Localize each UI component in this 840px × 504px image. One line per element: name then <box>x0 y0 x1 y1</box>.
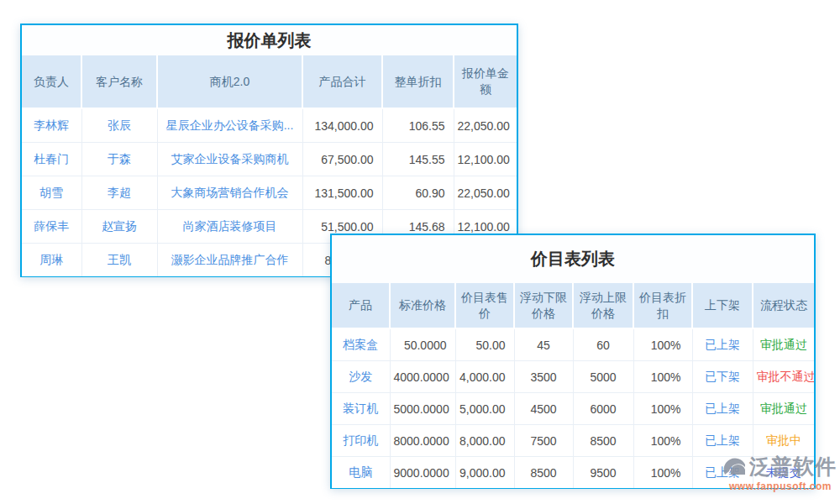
price-header-row: 产品 标准价格 价目表售价 浮动下限价格 浮动上限价格 价目表折扣 上下架 流程… <box>332 283 814 328</box>
ceiling-price-value: 6000 <box>573 393 633 425</box>
shelf-state-link[interactable]: 已上架 <box>692 425 753 457</box>
price-table: 产品 标准价格 价目表售价 浮动下限价格 浮动上限价格 价目表折扣 上下架 流程… <box>332 283 814 488</box>
product-link[interactable]: 装订机 <box>332 393 390 425</box>
shelf-state-link[interactable]: 已上架 <box>692 393 753 425</box>
price-list-card: 价目表列表 产品 标准价格 价目表售价 浮动下限价格 浮动上限价格 价目表折扣 … <box>330 234 816 489</box>
quotation-header-row: 负责人 客户名称 商机2.0 产品合计 整单折扣 报价单金额 <box>22 55 517 108</box>
list-discount-value: 100% <box>633 361 692 393</box>
col-header-order-discount: 整单折扣 <box>382 55 454 108</box>
col-header-opportunity: 商机2.0 <box>157 55 302 108</box>
quotation-row: 胡雪 李超 大象商场营销合作机会 131,500.00 60.90 22,050… <box>22 176 517 210</box>
customer-link[interactable]: 张辰 <box>81 108 157 143</box>
customer-link[interactable]: 李超 <box>81 176 157 210</box>
quote-amount-value: 22,050.00 <box>454 108 517 143</box>
list-price-value: 4,000.00 <box>455 361 514 393</box>
ceiling-price-value: 9500 <box>573 457 633 489</box>
price-row: 电脑 9000.0000 9,000.00 8500 9500 100% 已上架… <box>332 457 814 489</box>
col-header-list-price: 价目表售价 <box>455 283 514 328</box>
col-header-customer: 客户名称 <box>81 55 157 108</box>
flow-status-badge: 审批中 <box>753 425 814 457</box>
col-header-flow-status: 流程状态 <box>753 283 814 328</box>
floor-price-value: 4500 <box>514 393 573 425</box>
col-header-product: 产品 <box>332 283 390 328</box>
owner-link[interactable]: 周琳 <box>22 244 81 277</box>
shelf-state-link[interactable]: 已下架 <box>692 361 753 393</box>
standard-price-value: 4000.0000 <box>390 361 455 393</box>
owner-link[interactable]: 胡雪 <box>22 176 81 210</box>
price-row: 档案盒 50.0000 50.00 45 60 100% 已上架 审批通过 <box>332 328 814 361</box>
quotation-row: 李林辉 张辰 星辰企业办公设备采购... 134,000.00 106.55 2… <box>22 108 517 143</box>
owner-link[interactable]: 李林辉 <box>22 108 81 143</box>
owner-link[interactable]: 杜春门 <box>22 143 81 176</box>
flow-status-badge: 审批通过 <box>753 328 814 361</box>
customer-link[interactable]: 赵宣扬 <box>81 210 157 244</box>
quotation-row: 杜春门 于森 艾家企业设备采购商机 67,500.00 145.55 12,10… <box>22 143 517 176</box>
col-header-quote-amount: 报价单金额 <box>454 55 517 108</box>
order-discount-value: 60.90 <box>382 176 454 210</box>
order-discount-value: 145.55 <box>382 143 454 176</box>
list-discount-value: 100% <box>633 457 692 489</box>
product-total-value: 134,000.00 <box>302 108 382 143</box>
col-header-ceiling-price: 浮动上限价格 <box>573 283 633 328</box>
product-total-value: 131,500.00 <box>302 176 382 210</box>
price-row: 打印机 8000.0000 8,000.00 7500 8500 100% 已上… <box>332 425 814 457</box>
flow-status-badge: 审批通过 <box>753 393 814 425</box>
price-row: 装订机 5000.0000 5,000.00 4500 6000 100% 已上… <box>332 393 814 425</box>
standard-price-value: 8000.0000 <box>390 425 455 457</box>
product-total-value: 67,500.00 <box>302 143 382 176</box>
standard-price-value: 5000.0000 <box>390 393 455 425</box>
col-header-product-total: 产品合计 <box>302 55 382 108</box>
list-price-value: 9,000.00 <box>455 457 514 489</box>
floor-price-value: 3500 <box>514 361 573 393</box>
list-price-value: 8,000.00 <box>455 425 514 457</box>
product-link[interactable]: 打印机 <box>332 425 390 457</box>
list-price-value: 5,000.00 <box>455 393 514 425</box>
quote-amount-value: 22,050.00 <box>454 176 517 210</box>
standard-price-value: 9000.0000 <box>390 457 455 489</box>
ceiling-price-value: 60 <box>573 328 633 361</box>
price-row: 沙发 4000.0000 4,000.00 3500 5000 100% 已下架… <box>332 361 814 393</box>
owner-link[interactable]: 薛保丰 <box>22 210 81 244</box>
list-discount-value: 100% <box>633 328 692 361</box>
list-price-value: 50.00 <box>455 328 514 361</box>
list-discount-value: 100% <box>633 393 692 425</box>
product-link[interactable]: 沙发 <box>332 361 390 393</box>
price-list-title: 价目表列表 <box>332 235 814 283</box>
customer-link[interactable]: 于森 <box>81 143 157 176</box>
col-header-shelf-state: 上下架 <box>692 283 753 328</box>
quotation-list-title: 报价单列表 <box>22 25 517 55</box>
flow-status-badge: 审批不通过 <box>753 361 814 393</box>
col-header-standard-price: 标准价格 <box>390 283 455 328</box>
ceiling-price-value: 8500 <box>573 425 633 457</box>
flow-status-badge: 未提交 <box>753 457 814 489</box>
opportunity-link[interactable]: 大象商场营销合作机会 <box>157 176 302 210</box>
opportunity-link[interactable]: 尚家酒店装修项目 <box>157 210 302 244</box>
product-link[interactable]: 档案盒 <box>332 328 390 361</box>
floor-price-value: 45 <box>514 328 573 361</box>
quote-amount-value: 12,100.00 <box>454 143 517 176</box>
opportunity-link[interactable]: 艾家企业设备采购商机 <box>157 143 302 176</box>
order-discount-value: 106.55 <box>382 108 454 143</box>
floor-price-value: 7500 <box>514 425 573 457</box>
list-discount-value: 100% <box>633 425 692 457</box>
shelf-state-link[interactable]: 已上架 <box>692 457 753 489</box>
customer-link[interactable]: 王凯 <box>81 244 157 277</box>
opportunity-link[interactable]: 灏影企业品牌推广合作 <box>157 244 302 277</box>
product-link[interactable]: 电脑 <box>332 457 390 489</box>
opportunity-link[interactable]: 星辰企业办公设备采购... <box>157 108 302 143</box>
col-header-floor-price: 浮动下限价格 <box>514 283 573 328</box>
shelf-state-link[interactable]: 已上架 <box>692 328 753 361</box>
ceiling-price-value: 5000 <box>573 361 633 393</box>
col-header-list-discount: 价目表折扣 <box>633 283 692 328</box>
col-header-owner: 负责人 <box>22 55 81 108</box>
floor-price-value: 8500 <box>514 457 573 489</box>
standard-price-value: 50.0000 <box>390 328 455 361</box>
